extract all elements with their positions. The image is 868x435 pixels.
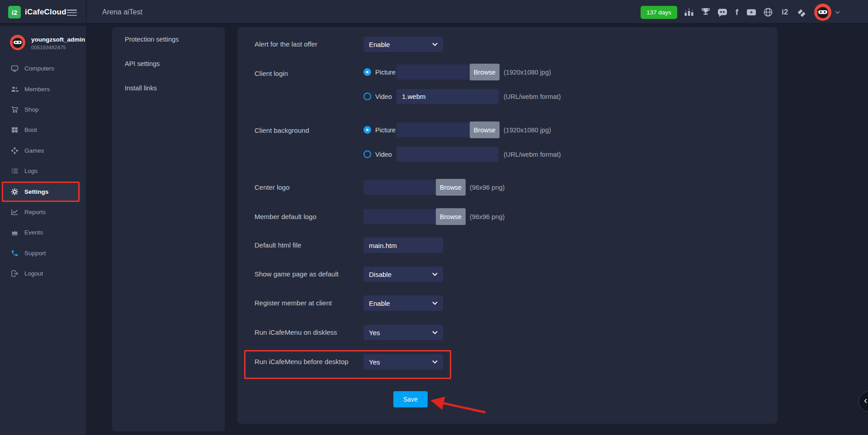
show-game-page-select[interactable]: Disable bbox=[363, 267, 443, 282]
field-label-client-background: Client background bbox=[255, 126, 363, 134]
username: youngzsoft_admin bbox=[31, 36, 85, 43]
logo-size-hint: (96x96 png) bbox=[470, 213, 505, 220]
settings-subnav: Protection settings API settings Install… bbox=[112, 27, 225, 431]
client-background-video-radio[interactable] bbox=[363, 150, 371, 158]
field-label-run-icafemenu-diskless: Run iCafeMenu on diskless bbox=[255, 328, 363, 336]
license-days-badge[interactable]: 137 days bbox=[641, 6, 677, 19]
client-login-video-row: Video (URL/webm format) bbox=[363, 89, 561, 104]
computers-icon bbox=[11, 65, 19, 72]
app-name: iCafeCloud bbox=[25, 8, 66, 17]
sidebar-item-logs[interactable]: Logs bbox=[0, 161, 86, 181]
topbar-icon-row: f i2 bbox=[684, 0, 807, 24]
sidebar-item-reports[interactable]: Reports bbox=[0, 202, 86, 222]
field-label-default-html-file: Default html file bbox=[255, 241, 363, 249]
chevron-down-icon bbox=[432, 42, 438, 46]
client-background-video-row: Video (URL/webm format) bbox=[363, 147, 561, 162]
sidebar-item-events[interactable]: Events bbox=[0, 222, 86, 243]
icafecloud-admin: { "topbar": { "app_name": "iCafeCloud", … bbox=[0, 0, 868, 435]
client-login-picture-browse-button[interactable]: Browse bbox=[470, 64, 500, 80]
discord-icon[interactable] bbox=[717, 7, 728, 18]
sidebar-item-computers[interactable]: Computers bbox=[0, 58, 86, 79]
icafecloud-logo-icon: i2 bbox=[8, 6, 21, 19]
sidebar-item-logout[interactable]: Logout bbox=[0, 263, 86, 284]
logout-icon bbox=[11, 270, 19, 277]
member-default-logo-row: Browse (96x96 png) bbox=[363, 209, 505, 224]
alert-last-offer-select[interactable]: Enable bbox=[363, 37, 443, 52]
run-icafemenu-before-desktop-select[interactable]: Yes bbox=[363, 354, 443, 370]
sidebar: youngzsoft_admin 005193482475 Computers … bbox=[0, 26, 86, 435]
chevron-down-icon bbox=[432, 272, 438, 276]
chevron-down-icon bbox=[432, 360, 438, 364]
boot-icon bbox=[11, 126, 19, 134]
chevron-left-icon: ‹ bbox=[864, 395, 867, 407]
run-icafemenu-diskless-select[interactable]: Yes bbox=[363, 325, 443, 340]
sidebar-item-boot[interactable]: Boot bbox=[0, 120, 86, 140]
members-icon bbox=[11, 85, 19, 93]
client-login-video-radio[interactable] bbox=[363, 93, 371, 100]
user-block[interactable]: youngzsoft_admin 005193482475 bbox=[0, 26, 86, 57]
topbar-divider bbox=[86, 0, 87, 24]
sidebar-user-avatar bbox=[10, 35, 25, 50]
center-logo-row: Browse (96x96 png) bbox=[363, 180, 505, 195]
support-phone-icon bbox=[11, 249, 19, 257]
user-avatar[interactable] bbox=[814, 4, 831, 21]
field-label-show-game-page: Show game page as default bbox=[255, 270, 363, 278]
sidebar-item-settings[interactable]: Settings bbox=[4, 181, 80, 201]
client-background-video-input[interactable] bbox=[396, 147, 499, 162]
sidebar-item-shop[interactable]: Shop bbox=[0, 99, 86, 120]
video-format-hint: (URL/webm format) bbox=[504, 93, 561, 100]
register-member-select[interactable]: Enable bbox=[363, 295, 443, 311]
client-background-picture-radio[interactable] bbox=[363, 126, 371, 134]
client-background-picture-browse-button[interactable]: Browse bbox=[470, 122, 500, 138]
hamburger-menu-icon[interactable] bbox=[67, 9, 77, 17]
youtube-icon[interactable] bbox=[746, 7, 757, 18]
sidebar-item-members[interactable]: Members bbox=[0, 79, 86, 99]
client-login-picture-row: Picture Browse (1920x1080 jpg) bbox=[363, 65, 551, 80]
games-icon bbox=[11, 147, 19, 154]
icafecloud-icon[interactable]: i2 bbox=[779, 7, 790, 18]
client-background-picture-row: Picture Browse (1920x1080 jpg) bbox=[363, 122, 551, 137]
sidebar-item-games[interactable]: Games bbox=[0, 140, 86, 161]
layers-icon[interactable] bbox=[796, 7, 807, 18]
member-default-logo-browse-button[interactable]: Browse bbox=[436, 208, 466, 225]
picture-format-hint: (1920x1080 jpg) bbox=[504, 126, 551, 134]
field-label-member-default-logo: Member default logo bbox=[255, 213, 363, 220]
logs-icon bbox=[11, 167, 19, 175]
save-button[interactable]: Save bbox=[393, 391, 428, 407]
field-label-register-member: Register member at client bbox=[255, 299, 363, 307]
facebook-icon[interactable]: f bbox=[734, 7, 740, 18]
chevron-down-icon bbox=[432, 301, 438, 305]
video-format-hint: (URL/webm format) bbox=[504, 151, 561, 158]
center-logo-browse-button[interactable]: Browse bbox=[436, 179, 466, 196]
default-html-file-input[interactable] bbox=[363, 238, 443, 253]
reports-icon bbox=[11, 208, 19, 216]
avatar-chevron-down-icon[interactable] bbox=[835, 11, 840, 14]
chevron-down-icon bbox=[432, 331, 438, 334]
ranking-icon[interactable] bbox=[684, 7, 694, 18]
shop-icon bbox=[11, 106, 19, 113]
field-label-client-login: Client login bbox=[255, 70, 363, 77]
globe-icon[interactable] bbox=[763, 7, 774, 18]
user-id: 005193482475 bbox=[31, 45, 66, 50]
settings-icon bbox=[11, 188, 19, 196]
sidebar-menu: Computers Members Shop bbox=[0, 58, 86, 284]
sidebar-item-support[interactable]: Support bbox=[0, 243, 86, 263]
client-login-video-input[interactable] bbox=[396, 89, 499, 104]
client-login-picture-radio[interactable] bbox=[363, 68, 371, 76]
subnav-item-install-links[interactable]: Install links bbox=[112, 76, 225, 100]
subnav-item-api-settings[interactable]: API settings bbox=[112, 51, 225, 76]
field-label-alert-last-offer: Alert for the last offer bbox=[255, 40, 363, 48]
subnav-item-protection-settings[interactable]: Protection settings bbox=[112, 27, 225, 51]
settings-form-panel: Alert for the last offer Enable Client l… bbox=[237, 27, 778, 424]
events-icon bbox=[11, 229, 19, 236]
logo-size-hint: (96x96 png) bbox=[470, 184, 505, 191]
topbar: i2 iCafeCloud Arena aiTest 137 days f bbox=[0, 0, 868, 24]
panel-collapse-button[interactable]: ‹ bbox=[859, 391, 868, 412]
trophy-icon[interactable] bbox=[700, 7, 711, 18]
app-logo[interactable]: i2 iCafeCloud bbox=[8, 6, 66, 19]
page-title: Arena aiTest bbox=[102, 0, 142, 24]
picture-format-hint: (1920x1080 jpg) bbox=[504, 69, 551, 76]
field-label-center-logo: Center logo bbox=[255, 183, 363, 191]
field-label-run-icafemenu-before-desktop: Run iCafeMenu before desktop bbox=[255, 358, 363, 365]
